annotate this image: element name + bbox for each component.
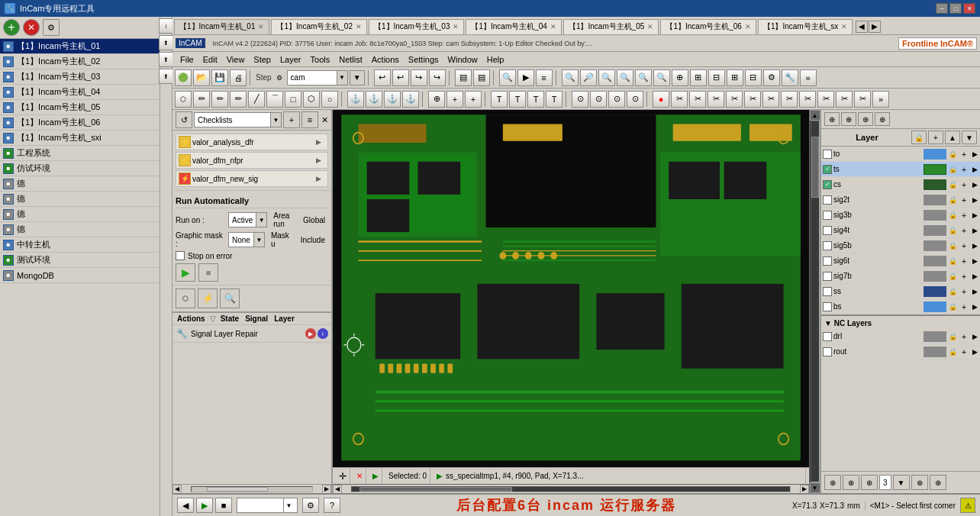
tb2-drill3-btn[interactable]: ⊙: [608, 91, 625, 108]
progress-arrow[interactable]: ▼: [283, 498, 294, 512]
action-info-icon[interactable]: i: [318, 328, 328, 339]
tab-3-close[interactable]: ✕: [550, 23, 556, 31]
rp-icon-1[interactable]: ⊕: [841, 112, 856, 126]
canvas-h-scroll[interactable]: ◀ ▶: [333, 484, 809, 493]
layer-up-btn[interactable]: ▲: [945, 131, 960, 144]
action-icon-0[interactable]: ⬡: [176, 289, 195, 308]
actions-filter-icon[interactable]: ▽: [210, 314, 216, 323]
pcb-canvas[interactable]: [333, 110, 809, 467]
canvas-scroll-thumb[interactable]: [359, 487, 512, 492]
sidebar-item-9[interactable]: ■ 德: [0, 176, 160, 192]
tb2-text3-btn[interactable]: T: [527, 91, 544, 108]
tb2-pencil-btn[interactable]: ✏: [193, 91, 210, 108]
tb-layers2-btn[interactable]: ▤: [473, 69, 490, 86]
tb2-more-btn[interactable]: »: [872, 91, 889, 108]
warning-icon[interactable]: ⚠: [960, 498, 975, 513]
run-stop-button[interactable]: ■: [198, 263, 218, 282]
tab-1[interactable]: 【1】Incam号主机_02 ✕: [271, 19, 366, 34]
settings-button[interactable]: ⚙: [43, 19, 60, 36]
tb2-poly-btn[interactable]: ⬡: [303, 91, 320, 108]
layer-check-sig6t[interactable]: [823, 256, 832, 266]
menu-actions[interactable]: Actions: [367, 53, 404, 66]
step-combo[interactable]: cam ▼: [287, 70, 348, 85]
menu-layer[interactable]: Layer: [276, 53, 306, 66]
sidebar-item-11[interactable]: ■ 德: [0, 207, 160, 222]
tab-2[interactable]: 【1】Incam号主机_03 ✕: [369, 19, 464, 34]
layer-plus-rout[interactable]: +: [959, 347, 969, 357]
canvas-v-scroll-thumb[interactable]: [811, 137, 819, 198]
canvas-scroll-down[interactable]: ▼: [810, 482, 820, 493]
tb2-pencil3-btn[interactable]: ✏: [230, 91, 247, 108]
layer-check-sig7b[interactable]: [823, 272, 832, 281]
sidebar-item-14[interactable]: ■ 测试环境: [0, 253, 160, 268]
tb2-snap3-btn[interactable]: +: [465, 91, 482, 108]
tb-grid2-btn[interactable]: ⊟: [745, 69, 762, 86]
menu-edit[interactable]: Edit: [198, 53, 222, 66]
sidebar-item-10[interactable]: ■ 德: [0, 192, 160, 207]
tb2-rect-btn[interactable]: □: [285, 91, 301, 108]
rp-bottom-3[interactable]: ▼: [893, 475, 910, 490]
tb2-edit3-btn[interactable]: ✂: [708, 91, 724, 108]
tb-zoom3-btn[interactable]: 🔍: [598, 69, 615, 86]
tb-undo-btn[interactable]: ↩: [374, 69, 391, 86]
layer-check-rout[interactable]: [823, 347, 832, 356]
canvas-scroll-up[interactable]: ▲: [810, 110, 820, 121]
close-button[interactable]: ✕: [963, 3, 975, 14]
sidebar-item-4[interactable]: ■ 【1】Incam号主机_05: [0, 100, 160, 115]
maximize-button[interactable]: □: [949, 3, 962, 14]
minimize-button[interactable]: ─: [936, 3, 948, 14]
layer-arrow-to[interactable]: ▶: [971, 149, 978, 160]
menu-window[interactable]: Window: [443, 53, 482, 66]
tb2-edit5-btn[interactable]: ✂: [744, 91, 761, 108]
tab-prev-button[interactable]: ◀: [856, 21, 868, 33]
tb-zoom6-btn[interactable]: 🔍: [653, 69, 670, 86]
layer-arrow-sig7b[interactable]: ▶: [971, 271, 978, 282]
vt-btn-3[interactable]: ⬆: [159, 69, 174, 84]
vt-btn-1[interactable]: ⬆: [159, 35, 174, 50]
tb-wrench-btn[interactable]: 🔧: [782, 69, 798, 86]
panel-scroll-right[interactable]: ▶: [322, 485, 331, 494]
layer-plus-bs[interactable]: +: [959, 302, 969, 312]
tb-undo2-btn[interactable]: ↩: [392, 69, 409, 86]
vt-btn-0[interactable]: ↕: [159, 18, 174, 34]
sidebar-item-1[interactable]: ■ 【1】Incam号主机_02: [0, 54, 160, 69]
tab-next-button[interactable]: ▶: [869, 21, 881, 33]
layer-check-bs[interactable]: [823, 302, 832, 311]
tb2-edit11-btn[interactable]: ✂: [854, 91, 871, 108]
tb2-edit9-btn[interactable]: ✂: [817, 91, 834, 108]
run-on-combo-arrow[interactable]: ▼: [256, 213, 266, 227]
panel-close-btn[interactable]: ✕: [321, 115, 328, 125]
tb2-drill-btn[interactable]: ⊙: [572, 91, 588, 108]
layer-check-sig4t[interactable]: [823, 226, 832, 235]
rp-icon-3[interactable]: ⊕: [875, 112, 890, 126]
tb-grid-btn[interactable]: ⊞: [727, 69, 743, 86]
step-expand-btn[interactable]: ▼: [350, 70, 365, 85]
tb-redo2-btn[interactable]: ↪: [429, 69, 446, 86]
tb-zoom4-btn[interactable]: 🔍: [617, 69, 633, 86]
check-item-arrow-0[interactable]: ▶: [316, 138, 325, 146]
tb-layers-btn[interactable]: ▤: [455, 69, 472, 86]
tb2-pencil2-btn[interactable]: ✏: [211, 91, 228, 108]
menu-help[interactable]: Help: [482, 53, 509, 66]
layer-plus-btn[interactable]: +: [928, 131, 943, 144]
sidebar-item-2[interactable]: ■ 【1】Incam号主机_03: [0, 69, 160, 85]
rp-bottom-4[interactable]: ⊕: [911, 475, 928, 490]
tb-print-btn[interactable]: 🖨: [230, 69, 247, 86]
layer-plus-to[interactable]: +: [959, 149, 969, 160]
tab-6-close[interactable]: ✕: [841, 23, 847, 31]
tb2-red-btn[interactable]: ●: [653, 91, 669, 108]
tb-zoom-btn[interactable]: 🔍: [562, 69, 579, 86]
play-fwd-btn[interactable]: ▶: [196, 498, 213, 513]
layer-down-btn[interactable]: ▼: [962, 131, 977, 144]
layer-arrow-sig2t[interactable]: ▶: [971, 195, 978, 205]
layer-plus-ss[interactable]: +: [959, 286, 969, 297]
layer-plus-cs[interactable]: +: [959, 179, 969, 190]
tb2-snap-btn[interactable]: ⊕: [428, 91, 445, 108]
canvas-scroll-right[interactable]: ▶: [800, 485, 809, 494]
layer-check-ts[interactable]: ✓: [823, 165, 832, 174]
tb2-circle-btn[interactable]: ○: [321, 91, 338, 108]
checklist-combo[interactable]: Checklists ▼: [194, 112, 282, 127]
tab-4-close[interactable]: ✕: [647, 23, 653, 31]
layer-arrow-ss[interactable]: ▶: [971, 286, 978, 297]
tb2-anchor-btn[interactable]: ⚓: [347, 91, 364, 108]
